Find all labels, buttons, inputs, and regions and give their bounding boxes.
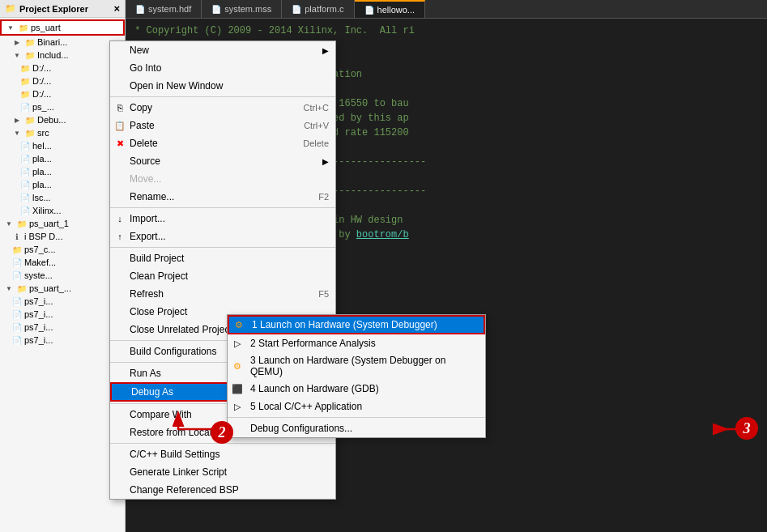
tree-label: ps_uart_...: [29, 283, 71, 293]
debug-hw-icon: ⚙: [232, 318, 245, 331]
menu-item-copy[interactable]: ⎘ Copy Ctrl+C: [110, 99, 335, 117]
tree-item-ps1[interactable]: 📄 ps_...: [0, 100, 125, 113]
submenu-item-debug-configs[interactable]: Debug Configurations...: [228, 419, 485, 437]
menu-item-refresh[interactable]: Refresh F5: [110, 285, 335, 303]
tree-label: D:/...: [32, 76, 51, 86]
tree-arrow-icon: [11, 114, 23, 126]
tree-label: pla...: [32, 154, 52, 164]
tree-item-includes[interactable]: 📁 Includ...: [0, 49, 125, 62]
tree-arrow-icon: [11, 49, 23, 61]
menu-item-go-into[interactable]: Go Into: [110, 59, 335, 77]
tree-label: ps7_i...: [24, 322, 53, 332]
tab-platform-c[interactable]: 📄 platform.c: [282, 0, 354, 18]
menu-separator-3: [110, 247, 335, 248]
tree-item-ps7i1[interactable]: 📄 ps7_i...: [0, 295, 125, 308]
tab-system-mss[interactable]: 📄 system.mss: [202, 0, 282, 18]
tree-item-d3[interactable]: 📁 D:/...: [0, 87, 125, 100]
tab-label: hellowo...: [377, 5, 415, 15]
menu-label: Compare With: [130, 409, 192, 420]
tree-label: Makef...: [24, 257, 56, 267]
tree-label: ps7_i...: [24, 296, 53, 306]
menu-label: Rename...: [130, 191, 174, 202]
tab-icon: 📄: [292, 5, 301, 14]
folder-icon: 📁: [24, 114, 36, 126]
tree-item-makefile[interactable]: 📄 Makef...: [0, 256, 125, 269]
perf-icon: ▷: [231, 337, 244, 350]
menu-label: Close Unrelated Projects: [130, 324, 237, 335]
submenu-item-launch-hw[interactable]: ⚙ 1 Launch on Hardware (System Debugger): [228, 315, 485, 334]
tab-system-hdf[interactable]: 📄 system.hdf: [126, 0, 202, 18]
tree-item-ps7c[interactable]: 📁 ps7_c...: [0, 243, 125, 256]
cpp-icon: ▷: [231, 400, 244, 413]
tree-label: pla...: [32, 167, 52, 177]
tree-item-d2[interactable]: 📁 D:/...: [0, 74, 125, 87]
menu-item-open-new-window[interactable]: Open in New Window: [110, 77, 335, 95]
tree-item-pla2[interactable]: 📄 pla...: [0, 165, 125, 178]
tree-item-hel[interactable]: 📄 hel...: [0, 139, 125, 152]
submenu-item-qemu[interactable]: ⚙ 3 Launch on Hardware (System Debugger …: [228, 352, 485, 380]
file-icon: 📄: [11, 321, 23, 333]
folder-icon: 📁: [24, 49, 36, 61]
tree-item-ps7i3[interactable]: 📄 ps7_i...: [0, 321, 125, 334]
file-icon: 📄: [11, 270, 23, 281]
paste-icon: 📋: [113, 119, 126, 132]
menu-label: 4 Launch on Hardware (GDB): [250, 383, 379, 394]
submenu-item-local-cpp[interactable]: ▷ 5 Local C/C++ Application: [228, 398, 485, 415]
tree-item-ps-uart[interactable]: 📁 ps_uart: [0, 19, 125, 36]
tree-label: syste...: [24, 270, 53, 280]
refresh-shortcut: F5: [318, 289, 329, 299]
project-explorer-icon: 📁: [5, 3, 16, 14]
tree-item-xilinx[interactable]: 📄 Xilinx...: [0, 204, 125, 217]
tab-helloworld[interactable]: 📄 hellowo...: [355, 0, 425, 18]
menu-item-linker-script[interactable]: Generate Linker Script: [110, 463, 335, 481]
menu-item-import[interactable]: ↓ Import...: [110, 210, 335, 228]
tree-item-ps-uart-1[interactable]: 📁 ps_uart_1: [0, 217, 125, 230]
file-icon: 📄: [19, 192, 31, 203]
menu-item-new[interactable]: New ▶: [110, 41, 335, 59]
tree-label: src: [37, 128, 49, 138]
gdb-icon: ⬛: [231, 382, 244, 395]
tree-item-system[interactable]: 📄 syste...: [0, 269, 125, 282]
menu-label: Import...: [130, 213, 165, 224]
tree-item-bsp[interactable]: ℹ i BSP D...: [0, 230, 125, 243]
debug-as-submenu: ⚙ 1 Launch on Hardware (System Debugger)…: [227, 314, 486, 438]
menu-item-clean-project[interactable]: Clean Project: [110, 267, 335, 285]
menu-item-delete[interactable]: ✖ Delete Delete: [110, 134, 335, 152]
menu-item-export[interactable]: ↑ Export...: [110, 228, 335, 245]
tree-item-d1[interactable]: 📁 D:/...: [0, 62, 125, 74]
menu-item-source[interactable]: Source ▶: [110, 152, 335, 170]
code-text: * Copyright (C) 2009 - 2014 Xilinx, Inc.…: [129, 23, 761, 38]
menu-item-move: Move...: [110, 170, 335, 188]
menu-item-paste[interactable]: 📋 Paste Ctrl+V: [110, 117, 335, 134]
copy-icon: ⎘: [113, 101, 126, 114]
folder-icon: 📁: [19, 62, 31, 74]
menu-separator: [110, 96, 335, 97]
submenu-item-gdb[interactable]: ⬛ 4 Launch on Hardware (GDB): [228, 380, 485, 398]
tree-item-debug[interactable]: 📁 Debu...: [0, 113, 125, 126]
tree-label: ps_...: [32, 102, 54, 112]
tree-label: D:/...: [32, 63, 51, 73]
tree-item-ps7i2[interactable]: 📄 ps7_i...: [0, 308, 125, 321]
tree-item-src[interactable]: 📁 src: [0, 126, 125, 139]
close-icon[interactable]: ×: [113, 2, 120, 15]
paste-shortcut: Ctrl+V: [304, 121, 329, 130]
submenu-arrow-icon: ▶: [322, 157, 329, 166]
tree-item-pla1[interactable]: 📄 pla...: [0, 152, 125, 165]
tree-content: 📁 ps_uart 📁 Binari... 📁 Includ... 📁 D:/.…: [0, 18, 125, 532]
panel-header: 📁 Project Explorer ×: [0, 0, 125, 18]
tree-label: ps_uart: [31, 23, 61, 32]
tree-item-ps-uart-2[interactable]: 📁 ps_uart_...: [0, 282, 125, 295]
tree-item-lsc[interactable]: 📄 lsc...: [0, 191, 125, 204]
tree-arrow-icon: [3, 218, 15, 229]
tree-item-ps7i4[interactable]: 📄 ps7_i...: [0, 334, 125, 347]
file-icon: 📄: [19, 101, 31, 113]
menu-item-change-bsp[interactable]: Change Referenced BSP: [110, 481, 335, 499]
menu-item-build-settings[interactable]: C/C++ Build Settings: [110, 445, 335, 463]
tree-item-pla3[interactable]: 📄 pla...: [0, 178, 125, 191]
submenu-item-perf[interactable]: ▷ 2 Start Performance Analysis: [228, 334, 485, 352]
menu-label: Go Into: [130, 62, 161, 74]
tree-label: hel...: [32, 141, 52, 151]
menu-item-rename[interactable]: Rename... F2: [110, 188, 335, 206]
tree-item-binaries[interactable]: 📁 Binari...: [0, 36, 125, 49]
menu-item-build-project[interactable]: Build Project: [110, 249, 335, 267]
